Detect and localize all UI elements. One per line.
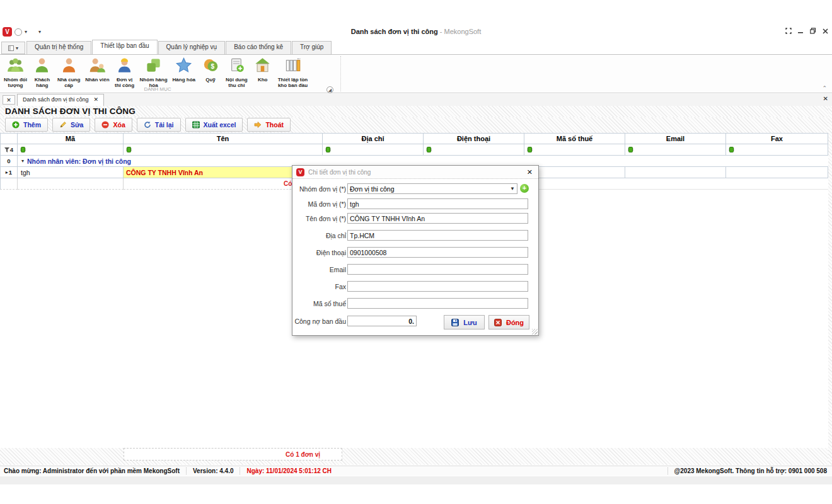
filter-cell-fax[interactable] — [726, 144, 828, 156]
status-separator — [667, 467, 668, 474]
field-row-email: Email — [292, 264, 538, 275]
resize-grip[interactable] — [532, 329, 538, 335]
filter-row-indicator: 4 — [0, 144, 18, 156]
email-field[interactable] — [347, 264, 528, 275]
product-star-icon — [175, 57, 192, 76]
exit-icon — [254, 121, 262, 129]
save-icon — [451, 319, 459, 326]
filter-edit-icon — [628, 147, 633, 152]
filter-cell-dien-thoai[interactable] — [424, 144, 524, 156]
ribbon-item-quy[interactable]: $ Quỹ — [198, 56, 223, 83]
dialog-header[interactable]: V Chi tiết đơn vị thi công ✕ — [292, 166, 538, 179]
address-field[interactable] — [347, 230, 528, 241]
opening-balance-field[interactable] — [347, 316, 417, 326]
column-header-ten[interactable]: Tên — [124, 133, 323, 144]
document-tab-active[interactable]: Danh sách đơn vị thi công ✕ — [17, 94, 104, 106]
ribbon-item-khach-hang[interactable]: Khách hàng — [30, 56, 55, 89]
ribbon-item-noi-dung-thu-chi[interactable]: Nội dung thu chi — [223, 56, 250, 89]
ribbon-group-options-icon[interactable]: ◢ — [326, 86, 333, 93]
status-version: Version: 4.4.0 — [193, 467, 233, 474]
doctab-close-icon[interactable]: ✕ — [93, 96, 98, 103]
ribbon-tab-quan-ly-nghiep-vu[interactable]: Quản lý nghiệp vụ — [158, 41, 226, 54]
ribbon-item-thiet-lap-ton-kho[interactable]: Thiết lập tồn kho ban đầu — [275, 56, 311, 89]
export-excel-button[interactable]: Xuất excel — [185, 118, 243, 132]
filter-edit-icon — [729, 147, 734, 152]
ribbon-tab-thiet-lap-ban-dau[interactable]: Thiết lập ban đầu — [92, 40, 157, 54]
exit-button[interactable]: Thoát — [247, 118, 291, 132]
filter-cell-ma[interactable] — [18, 144, 124, 156]
add-group-button[interactable]: + — [520, 184, 529, 193]
ribbon-item-nhom-hang-hoa[interactable]: Nhóm hàng hóa — [137, 56, 170, 89]
ribbon-item-hang-hoa[interactable]: Hàng hóa — [170, 56, 198, 83]
field-row-ma-so-thue: Mã số thuế — [292, 298, 538, 309]
close-button[interactable]: Đóng — [488, 315, 529, 329]
dialog-close-icon[interactable]: ✕ — [525, 168, 534, 176]
field-row-ma-don-vi: Mã đơn vị (*) — [292, 198, 538, 209]
ribbon-item-nhan-vien[interactable]: Nhân viên — [83, 56, 112, 83]
cell-fax[interactable] — [726, 167, 828, 178]
group-combo[interactable]: Đơn vị thi công ▼ — [347, 183, 517, 194]
column-header-dia-chi[interactable]: Địa chỉ — [323, 133, 424, 144]
coins-icon: $ — [202, 57, 219, 76]
field-row-nhom-don-vi: Nhóm đơn vị (*) Đơn vị thi công ▼ + — [292, 183, 538, 194]
ribbon-group-label: DANH MỤC — [0, 86, 315, 92]
save-button[interactable]: Lưu — [444, 315, 485, 329]
ribbon-tab-quan-tri-he-thong[interactable]: Quản trị hệ thống — [26, 41, 91, 54]
edit-button[interactable]: Sửa — [52, 118, 90, 132]
field-row-dien-thoai: Điện thoại — [292, 247, 538, 258]
unit-code-field[interactable] — [347, 198, 528, 209]
column-header-email[interactable]: Email — [625, 133, 726, 144]
filter-edit-icon — [527, 147, 533, 152]
collapse-group-icon[interactable]: ▾ — [21, 158, 24, 164]
supplier-icon — [61, 57, 78, 76]
cell-ma[interactable]: tgh — [18, 167, 124, 178]
ribbon-tab-tro-giup[interactable]: Trợ giúp — [292, 41, 332, 54]
row-indicator: ▸1 — [0, 167, 18, 178]
field-row-dia-chi: Địa chỉ — [292, 230, 538, 241]
funnel-icon — [4, 147, 9, 152]
close-x-icon — [494, 319, 502, 326]
window-title: Danh sách đơn vị thi công - MekongSoft — [0, 28, 832, 35]
restore-icon[interactable] — [810, 28, 816, 34]
group-row-label: Nhóm nhân viên: Đơn vị thi công — [27, 158, 131, 165]
cell-ma-so-thue[interactable] — [524, 167, 625, 178]
cell-email[interactable] — [625, 167, 726, 178]
column-header-dien-thoai[interactable]: Điện thoại — [424, 133, 524, 144]
stock-setup-icon — [284, 57, 301, 76]
filter-edit-icon — [20, 147, 26, 152]
delete-button[interactable]: Xóa — [95, 118, 132, 132]
ribbon-tab-strip: ▾ Quản trị hệ thống Thiết lập ban đầu Qu… — [0, 39, 832, 54]
reload-button[interactable]: Tải lại — [137, 118, 181, 132]
close-icon[interactable] — [823, 28, 828, 34]
minimize-icon[interactable] — [798, 28, 804, 34]
ribbon-item-don-vi-thi-cong[interactable]: Đơn vị thi công — [112, 56, 137, 89]
layout-selector-button[interactable]: ▾ — [1, 42, 25, 54]
column-header-ma-so-thue[interactable]: Mã số thuế — [524, 133, 625, 144]
ribbon-panel: Nhóm đối tượng Khách hàng Nhà cung cấp N… — [0, 54, 832, 93]
filter-cell-ten[interactable] — [124, 144, 323, 156]
ribbon-item-kho[interactable]: Kho — [250, 56, 275, 83]
filter-cell-email[interactable] — [625, 144, 726, 156]
group-footer-ma — [18, 178, 124, 190]
add-icon — [12, 121, 20, 129]
tax-code-field[interactable] — [347, 298, 528, 309]
ribbon-collapse-icon[interactable]: ⌃ — [822, 85, 827, 91]
fax-field[interactable] — [347, 281, 528, 292]
row-indicator-header — [0, 133, 18, 144]
column-header-ma[interactable]: Mã — [18, 133, 124, 144]
ribbon-item-nhom-doi-tuong[interactable]: Nhóm đối tượng — [1, 56, 30, 89]
doctab-close-all-button[interactable]: ✕ — [3, 95, 15, 105]
ribbon-item-nha-cung-cap[interactable]: Nhà cung cấp — [55, 56, 83, 89]
ribbon-tab-bao-cao-thong-ke[interactable]: Báo cáo thống kê — [226, 41, 291, 54]
filter-cell-ma-so-thue[interactable] — [524, 144, 625, 156]
unit-name-field[interactable] — [347, 213, 528, 224]
add-button[interactable]: Thêm — [5, 118, 48, 132]
panel-close-icon[interactable]: ✕ — [823, 95, 828, 102]
phone-field[interactable] — [347, 247, 528, 258]
column-header-fax[interactable]: Fax — [726, 133, 828, 144]
grid-filter-row: 4 — [0, 144, 828, 156]
filter-cell-dia-chi[interactable] — [323, 144, 424, 156]
fullscreen-icon[interactable] — [785, 28, 792, 34]
app-window: V ▾ ▾ Danh sách đơn vị thi công - Mekong… — [0, 0, 832, 504]
construction-worker-icon — [116, 57, 133, 76]
